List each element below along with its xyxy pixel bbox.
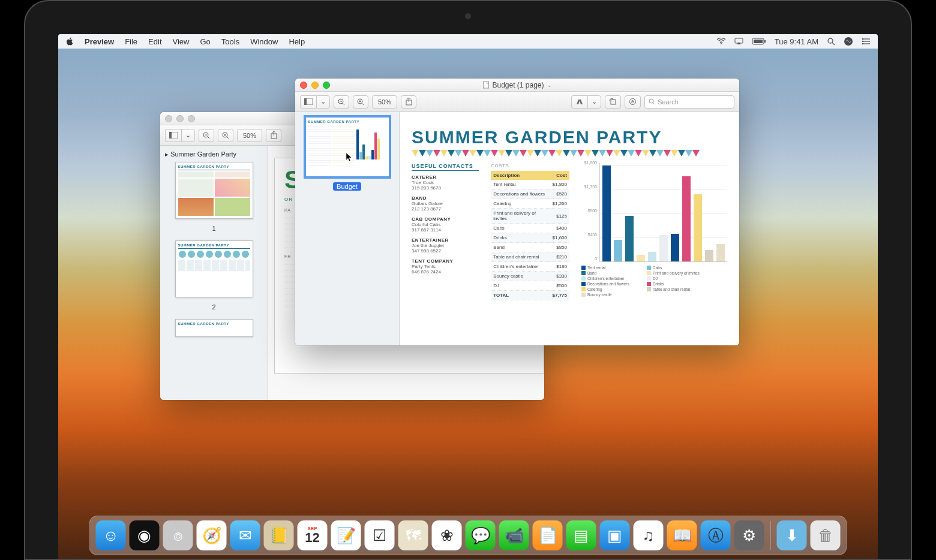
menu-help[interactable]: Help <box>289 37 305 46</box>
dock-siri-icon[interactable]: ◉ <box>130 520 160 550</box>
window-title[interactable]: Budget (1 page) ⌄ <box>482 81 551 89</box>
menu-file[interactable]: File <box>125 37 137 46</box>
minimize-button[interactable] <box>176 115 184 122</box>
sidebar-dropdown-button[interactable]: ⌄ <box>181 129 195 142</box>
close-button[interactable] <box>300 82 307 89</box>
menu-app[interactable]: Preview <box>85 37 114 46</box>
contact-block: CATERERTrue Cook315 203 5678 <box>412 174 479 191</box>
page-number-1: 1 <box>165 225 263 232</box>
legend-item: DJ <box>647 276 704 281</box>
menu-edit[interactable]: Edit <box>148 37 161 46</box>
camera <box>465 13 471 19</box>
thumbnail-budget[interactable]: SUMMER GARDEN PARTY <box>300 117 394 191</box>
svg-point-0 <box>721 43 722 44</box>
close-button[interactable] <box>165 115 172 122</box>
sidebar-toggle-button[interactable] <box>300 95 316 109</box>
spotlight-icon[interactable] <box>827 37 835 46</box>
sidebar-dropdown-button[interactable]: ⌄ <box>316 95 330 109</box>
menu-window[interactable]: Window <box>250 37 278 46</box>
notification-center-icon[interactable] <box>862 38 871 45</box>
sidebar-front[interactable]: SUMMER GARDEN PARTY <box>295 112 400 345</box>
svg-rect-4 <box>754 40 763 43</box>
cursor-icon <box>346 152 353 162</box>
zoom-in-button[interactable] <box>353 95 368 109</box>
sidebar-doc-title: ▸ Summer Garden Party <box>165 150 263 158</box>
dock-itunes-icon[interactable]: ♫ <box>634 520 664 550</box>
dock-safari-icon[interactable]: 🧭 <box>197 520 227 550</box>
dock-preferences-icon[interactable]: ⚙ <box>734 520 764 550</box>
legend-item: Tent rental <box>581 266 638 270</box>
dock-finder-icon[interactable]: ☺ <box>96 520 126 550</box>
svg-point-11 <box>862 38 863 40</box>
menubar-clock[interactable]: Tue 9:41 AM <box>775 37 818 46</box>
dock-trash-icon[interactable]: 🗑 <box>811 520 841 550</box>
bar-band <box>625 216 634 261</box>
sidebar-back[interactable]: ▸ Summer Garden Party SUMMER GARDEN PART… <box>160 146 268 400</box>
apple-logo-icon[interactable] <box>65 37 74 46</box>
highlight-button[interactable] <box>571 95 587 109</box>
dock-calendar-icon[interactable]: SEP12 <box>298 520 328 550</box>
contact-block: ENTERTAINERJoe the Juggler347 998 6522 <box>412 237 479 254</box>
zoom-out-button[interactable] <box>199 129 214 142</box>
dock-numbers-icon[interactable]: ▤ <box>566 520 596 550</box>
costs-table: Description Cost Tent rental$1,800Decora… <box>491 171 569 300</box>
thumbnail-page-3[interactable]: SUMMER GARDEN PARTY <box>165 319 263 339</box>
menu-go[interactable]: Go <box>200 37 210 46</box>
legend-item: Children's entertainer <box>581 276 638 281</box>
dock-facetime-icon[interactable]: 📹 <box>499 520 529 550</box>
titlebar-front[interactable]: Budget (1 page) ⌄ <box>295 79 739 92</box>
markup-button[interactable] <box>625 95 641 109</box>
maximize-button[interactable] <box>188 115 195 122</box>
preview-window-front[interactable]: Budget (1 page) ⌄ ⌄ 50% <box>295 79 739 345</box>
thumbnail-page-2[interactable]: SUMMER GARDEN PARTY <box>165 240 263 311</box>
svg-line-17 <box>208 137 209 139</box>
menu-view[interactable]: View <box>173 37 190 46</box>
table-row: Catering$1,260 <box>491 199 569 209</box>
dock-ibooks-icon[interactable]: 📖 <box>667 520 697 550</box>
siri-icon[interactable] <box>844 37 853 46</box>
thumbnail-page-1[interactable]: SUMMER GARDEN PARTY 1 <box>165 162 263 232</box>
dock-photos-icon[interactable]: ❀ <box>432 520 462 550</box>
dock-contacts-icon[interactable]: 📒 <box>264 520 294 550</box>
airplay-icon[interactable] <box>734 38 743 45</box>
legend-item: Cabs <box>647 266 704 270</box>
rotate-button[interactable] <box>605 95 621 109</box>
zoom-level[interactable]: 50% <box>237 129 262 142</box>
screen: Preview FileEditViewGoToolsWindowHelp Tu… <box>58 34 878 559</box>
dock-keynote-icon[interactable]: ▣ <box>600 520 630 550</box>
share-button[interactable] <box>401 95 416 109</box>
table-row-total: TOTAL$7,775 <box>491 291 569 300</box>
minimize-button[interactable] <box>311 82 319 89</box>
dock-mail-icon[interactable]: ✉ <box>230 520 260 550</box>
desktop[interactable]: Preview FileEditViewGoToolsWindowHelp Tu… <box>58 34 878 559</box>
bunting-decoration <box>412 150 727 157</box>
sidebar-toggle-button[interactable] <box>165 129 181 142</box>
zoom-in-button[interactable] <box>218 129 233 142</box>
document-area-front[interactable]: SUMMER GARDEN PARTY USEFUL CONTACTS CATE… <box>400 112 739 345</box>
costs-header-cost: Cost <box>550 171 569 180</box>
dock-appstore-icon[interactable]: Ⓐ <box>701 520 731 550</box>
battery-icon[interactable] <box>752 38 766 45</box>
dock-pages-icon[interactable]: 📄 <box>533 520 563 550</box>
maximize-button[interactable] <box>323 82 330 89</box>
y-tick: $900 <box>587 209 597 213</box>
bar-catering <box>694 194 702 261</box>
bar-tent-rental <box>602 165 611 261</box>
svg-rect-15 <box>169 132 172 139</box>
dock-reminders-icon[interactable]: ☑ <box>365 520 395 550</box>
dock-messages-icon[interactable]: 💬 <box>466 520 496 550</box>
table-row: DJ$500 <box>491 281 569 291</box>
dock-notes-icon[interactable]: 📝 <box>331 520 361 550</box>
dock-downloads-icon[interactable]: ⬇ <box>777 520 807 550</box>
bar-drinks <box>682 176 691 261</box>
search-placeholder: Search <box>658 98 679 106</box>
share-button[interactable] <box>266 129 281 142</box>
search-field[interactable]: Search <box>644 95 734 109</box>
dock-launchpad-icon[interactable]: ⌾ <box>163 520 193 550</box>
zoom-level[interactable]: 50% <box>372 95 397 109</box>
zoom-out-button[interactable] <box>334 95 349 109</box>
menu-tools[interactable]: Tools <box>221 37 239 46</box>
wifi-icon[interactable] <box>716 38 726 45</box>
highlight-dropdown-button[interactable]: ⌄ <box>587 95 601 109</box>
dock-maps-icon[interactable]: 🗺 <box>398 520 428 550</box>
